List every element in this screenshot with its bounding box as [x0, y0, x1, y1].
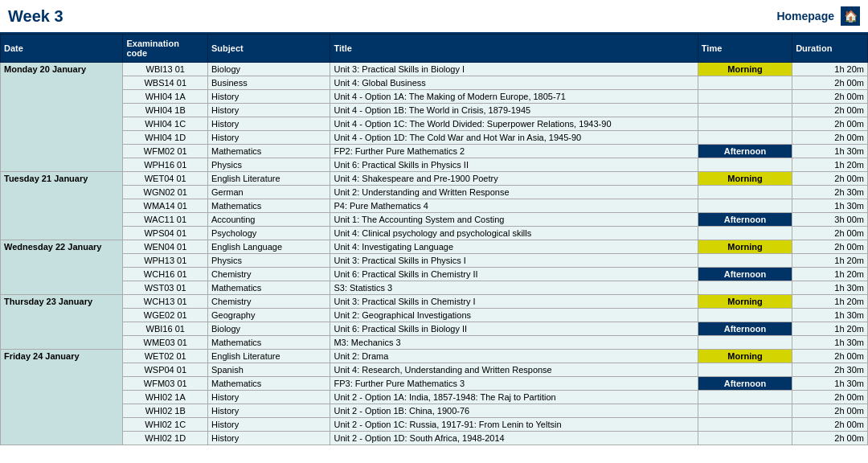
- subject-cell: Biology: [208, 63, 330, 76]
- duration-cell: 2h 00m: [792, 90, 868, 104]
- col-header-title: Title: [330, 35, 698, 63]
- time-cell: [698, 186, 792, 199]
- subject-cell: Business: [208, 76, 330, 90]
- table-row: Wednesday 22 JanuaryWEN04 01English Lang…: [1, 240, 868, 254]
- subject-cell: English Literature: [208, 172, 330, 186]
- date-cell: Thursday 23 January: [1, 295, 123, 350]
- subject-cell: Mathematics: [208, 377, 330, 391]
- duration-cell: 1h 30m: [792, 281, 868, 295]
- time-cell: Afternoon: [698, 145, 792, 158]
- table-row: WGN02 01GermanUnit 2: Understanding and …: [1, 186, 868, 199]
- table-row: WPH16 01PhysicsUnit 6: Practical Skills …: [1, 158, 868, 172]
- time-cell: [698, 336, 792, 350]
- title-cell: Unit 2: Drama: [330, 350, 698, 363]
- time-cell: Morning: [698, 63, 792, 76]
- subject-cell: History: [208, 131, 330, 145]
- table-row: WBS14 01BusinessUnit 4: Global Business2…: [1, 76, 868, 90]
- time-cell: [698, 418, 792, 432]
- duration-cell: 1h 20m: [792, 295, 868, 309]
- table-row: Thursday 23 JanuaryWCH13 01ChemistryUnit…: [1, 295, 868, 309]
- exam-code: WBI16 01: [123, 322, 208, 336]
- time-cell: Afternoon: [698, 268, 792, 281]
- time-cell: Afternoon: [698, 377, 792, 391]
- time-cell: [698, 158, 792, 172]
- duration-cell: 2h 00m: [792, 418, 868, 432]
- title-cell: Unit 2: Geographical Investigations: [330, 309, 698, 322]
- date-cell: Monday 20 January: [1, 63, 123, 172]
- date-cell: Friday 24 January: [1, 350, 123, 445]
- col-header-date: Date: [1, 35, 123, 63]
- duration-cell: 2h 00m: [792, 227, 868, 240]
- table-row: Friday 24 JanuaryWET02 01English Literat…: [1, 350, 868, 363]
- homepage-link[interactable]: Homepage: [776, 10, 834, 23]
- title-cell: FP3: Further Pure Mathematics 3: [330, 377, 698, 391]
- time-cell: [698, 90, 792, 104]
- title-cell: Unit 4: Shakespeare and Pre-1900 Poetry: [330, 172, 698, 186]
- time-cell: Morning: [698, 350, 792, 363]
- exam-code: WHI02 1D: [123, 432, 208, 445]
- exam-code: WHI04 1C: [123, 117, 208, 131]
- subject-cell: Chemistry: [208, 295, 330, 309]
- duration-cell: 1h 20m: [792, 322, 868, 336]
- title-cell: Unit 2: Understanding and Written Respon…: [330, 186, 698, 199]
- title-cell: Unit 4: Investigating Language: [330, 240, 698, 254]
- duration-cell: 2h 00m: [792, 172, 868, 186]
- duration-cell: 3h 00m: [792, 213, 868, 227]
- exam-code: WFM02 01: [123, 145, 208, 158]
- time-cell: [698, 199, 792, 213]
- exam-code: WHI04 1B: [123, 104, 208, 117]
- duration-cell: 2h 00m: [792, 240, 868, 254]
- exam-code: WPS04 01: [123, 227, 208, 240]
- title-cell: Unit 4: Research, Understanding and Writ…: [330, 363, 698, 377]
- time-cell: Morning: [698, 295, 792, 309]
- title-cell: Unit 2 - Option 1C: Russia, 1917-91: Fro…: [330, 418, 698, 432]
- time-cell: [698, 254, 792, 268]
- duration-cell: 1h 20m: [792, 63, 868, 76]
- exam-code: WAC11 01: [123, 213, 208, 227]
- time-cell: [698, 404, 792, 418]
- duration-cell: 2h 00m: [792, 117, 868, 131]
- home-icon[interactable]: 🏠: [841, 6, 860, 26]
- table-row: WAC11 01AccountingUnit 1: The Accounting…: [1, 213, 868, 227]
- title-cell: Unit 3: Practical Skills in Biology I: [330, 63, 698, 76]
- duration-cell: 1h 20m: [792, 254, 868, 268]
- time-cell: Afternoon: [698, 322, 792, 336]
- subject-cell: Psychology: [208, 227, 330, 240]
- subject-cell: Mathematics: [208, 145, 330, 158]
- table-row: WMA14 01MathematicsP4: Pure Mathematics …: [1, 199, 868, 213]
- subject-cell: English Language: [208, 240, 330, 254]
- subject-cell: Physics: [208, 254, 330, 268]
- duration-cell: 1h 30m: [792, 377, 868, 391]
- table-body: Monday 20 JanuaryWBI13 01BiologyUnit 3: …: [1, 63, 868, 445]
- subject-cell: Mathematics: [208, 199, 330, 213]
- duration-cell: 1h 30m: [792, 199, 868, 213]
- title-cell: P4: Pure Mathematics 4: [330, 199, 698, 213]
- time-cell: [698, 309, 792, 322]
- exam-code: WMA14 01: [123, 199, 208, 213]
- table-row: WHI02 1DHistoryUnit 2 - Option 1D: South…: [1, 432, 868, 445]
- duration-cell: 1h 20m: [792, 268, 868, 281]
- table-row: WME03 01MathematicsM3: Mechanics 31h 30m: [1, 336, 868, 350]
- subject-cell: Mathematics: [208, 336, 330, 350]
- duration-cell: 2h 30m: [792, 363, 868, 377]
- title-cell: Unit 4 - Option 1D: The Cold War and Hot…: [330, 131, 698, 145]
- time-cell: [698, 227, 792, 240]
- title-cell: S3: Statistics 3: [330, 281, 698, 295]
- duration-cell: 2h 30m: [792, 186, 868, 199]
- exam-code: WHI02 1C: [123, 418, 208, 432]
- subject-cell: History: [208, 391, 330, 404]
- table-row: WCH16 01ChemistryUnit 6: Practical Skill…: [1, 268, 868, 281]
- exam-code: WBI13 01: [123, 63, 208, 76]
- exam-code: WHI02 1B: [123, 404, 208, 418]
- duration-cell: 1h 20m: [792, 158, 868, 172]
- table-row: WHI02 1CHistoryUnit 2 - Option 1C: Russi…: [1, 418, 868, 432]
- subject-cell: Accounting: [208, 213, 330, 227]
- title-cell: Unit 4 - Option 1C: The World Divided: S…: [330, 117, 698, 131]
- table-row: WBI16 01BiologyUnit 6: Practical Skills …: [1, 322, 868, 336]
- exam-code: WME03 01: [123, 336, 208, 350]
- col-header-code: Examinationcode: [123, 35, 208, 63]
- title-cell: Unit 4 - Option 1A: The Making of Modern…: [330, 90, 698, 104]
- date-cell: Wednesday 22 January: [1, 240, 123, 295]
- subject-cell: History: [208, 104, 330, 117]
- date-cell: Tuesday 21 January: [1, 172, 123, 240]
